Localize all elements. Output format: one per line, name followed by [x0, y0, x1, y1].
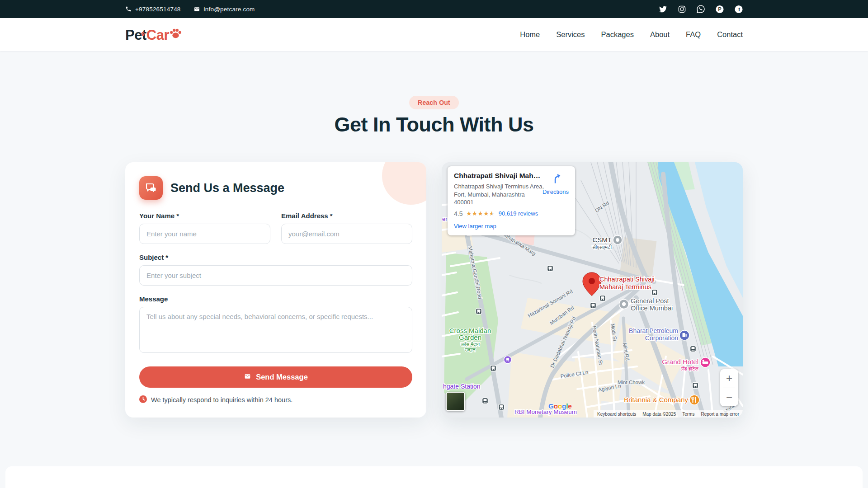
- map-attribution: Keyboard shortcuts Map data ©2025 Terms …: [594, 410, 743, 418]
- train-station-icon: [476, 309, 482, 314]
- svg-text:General Post: General Post: [631, 297, 669, 305]
- google-logo[interactable]: Google: [548, 402, 572, 410]
- map-embed[interactable]: Mahapalika Marg Mahatma Gandhi Road Haza…: [442, 162, 743, 418]
- send-envelope-icon: [244, 373, 251, 381]
- page: +978526514748 info@petcare.com P: [0, 0, 868, 488]
- train-station-icon: [482, 398, 488, 404]
- nav-item-home[interactable]: Home: [520, 30, 540, 39]
- form-title: Send Us a Message: [170, 181, 284, 195]
- paw-icon: [170, 26, 182, 42]
- facebook-icon[interactable]: f: [735, 5, 743, 13]
- train-station-icon: [690, 346, 696, 352]
- contact-form-card: Send Us a Message Your Name * Email Addr…: [125, 162, 426, 418]
- page-title: Get In Touch With Us: [0, 113, 868, 136]
- phone-icon: [125, 6, 132, 12]
- send-message-button[interactable]: Send Message: [139, 366, 412, 388]
- place-title: Chhatrapati Shivaji Maharaj T...: [454, 172, 543, 180]
- svg-text:Bharat Petroleum: Bharat Petroleum: [629, 327, 678, 334]
- email-label: Email Address *: [281, 212, 412, 220]
- train-station-icon: [499, 404, 505, 410]
- map-info-card: Chhatrapati Shivaji Maharaj T... Chhatra…: [448, 166, 575, 235]
- rating-stars: ★★★★★ ★★★★★: [466, 211, 495, 216]
- whatsapp-icon[interactable]: [697, 5, 705, 13]
- hotel-pin-icon: [700, 357, 710, 367]
- phone-link[interactable]: +978526514748: [125, 6, 181, 13]
- train-station-icon: [547, 266, 553, 272]
- svg-text:f: f: [738, 6, 740, 12]
- svg-text:Grand Hotel: Grand Hotel: [662, 358, 698, 366]
- svg-text:Office Mumbai: Office Mumbai: [631, 305, 673, 312]
- footer-strip: [5, 466, 863, 488]
- contact-info: +978526514748 info@petcare.com: [125, 6, 255, 13]
- train-station-icon: [590, 303, 596, 309]
- csmt-pin-icon: [613, 235, 622, 244]
- subject-input[interactable]: [139, 265, 412, 286]
- email-field[interactable]: [281, 224, 412, 244]
- svg-text:hgate Station: hgate Station: [443, 383, 481, 390]
- train-station-icon: [693, 383, 698, 389]
- mini-paw-icon: [141, 23, 146, 40]
- svg-text:Chhatrapati Shivaji: Chhatrapati Shivaji: [599, 276, 655, 283]
- name-label: Your Name *: [139, 212, 270, 220]
- name-input[interactable]: [139, 224, 270, 244]
- logo-text-pet: Pet: [125, 27, 146, 43]
- phone-number: +978526514748: [135, 6, 181, 13]
- svg-text:P: P: [718, 6, 721, 12]
- metro-pin-icon: [504, 356, 512, 364]
- top-bar: +978526514748 info@petcare.com P: [0, 0, 868, 18]
- map-data-label: Map data ©2025: [642, 412, 676, 417]
- train-station-icon: [600, 296, 606, 301]
- svg-text:उद्यान: उद्यान: [464, 347, 476, 352]
- svg-text:ग्रँड हॉटेल: ग्रँड हॉटेल: [681, 366, 699, 371]
- instagram-icon[interactable]: [678, 5, 686, 13]
- logo-text-care: Car: [146, 27, 169, 43]
- svg-text:सीएसएमटी: सीएसएमटी: [592, 244, 612, 250]
- logo[interactable]: Pet Car: [125, 26, 182, 43]
- nav-menu: Home Services Packages About FAQ Contact: [520, 30, 743, 39]
- nav-item-services[interactable]: Services: [556, 30, 585, 39]
- train-station-icon: [491, 366, 496, 371]
- response-time-note: We typically respond to inquiries within…: [151, 396, 292, 404]
- place-address: Chhatrapati Shivaji Terminus Area, Fort,…: [454, 183, 544, 206]
- directions-icon: [550, 173, 561, 184]
- zoom-in-button[interactable]: +: [720, 369, 738, 388]
- twitter-icon[interactable]: [659, 5, 667, 13]
- svg-text:Britannia & Company: Britannia & Company: [624, 396, 688, 404]
- svg-text:Corporation: Corporation: [645, 334, 678, 342]
- view-larger-map-link[interactable]: View larger map: [454, 223, 496, 230]
- nav-item-contact[interactable]: Contact: [717, 30, 743, 39]
- report-map-error-link[interactable]: Report a map error: [701, 412, 739, 417]
- gpo-pin-icon: [619, 300, 629, 309]
- message-textarea[interactable]: [139, 307, 412, 353]
- svg-text:क्रॉस मैदान: क्रॉस मैदान: [460, 341, 480, 347]
- svg-text:CSMT: CSMT: [593, 236, 612, 244]
- message-label: Message: [139, 295, 412, 303]
- svg-text:Maharaj Terminus: Maharaj Terminus: [599, 283, 651, 291]
- section-badge: Reach Out: [409, 96, 459, 109]
- subject-label: Subject *: [139, 253, 412, 261]
- keyboard-shortcuts-link[interactable]: Keyboard shortcuts: [597, 412, 636, 417]
- nav-item-about[interactable]: About: [650, 30, 670, 39]
- svg-text:Mint Chowk: Mint Chowk: [618, 380, 645, 385]
- social-links: P f: [659, 5, 743, 13]
- terms-link[interactable]: Terms: [682, 412, 694, 417]
- directions-button[interactable]: Directions: [541, 173, 571, 195]
- map-zoom-controls: + −: [720, 369, 738, 406]
- pinterest-icon[interactable]: P: [716, 5, 724, 13]
- svg-text:Garden: Garden: [459, 333, 481, 341]
- rating-value: 4.5: [454, 210, 462, 217]
- envelope-icon: [193, 6, 200, 12]
- email-address: info@petcare.com: [204, 6, 255, 13]
- zoom-out-button[interactable]: −: [720, 388, 738, 407]
- navbar: Pet Car Home Services Packages About FAQ…: [0, 18, 868, 51]
- clock-icon: [139, 395, 147, 404]
- train-station-icon: [652, 290, 658, 296]
- email-link[interactable]: info@petcare.com: [193, 6, 255, 13]
- gas-station-pin-icon: [679, 330, 689, 340]
- chat-bubbles-icon: [139, 176, 163, 200]
- reviews-link[interactable]: 90,619 reviews: [499, 210, 538, 217]
- restaurant-pin-icon: [689, 395, 699, 405]
- street-view-thumbnail[interactable]: [446, 392, 465, 411]
- nav-item-faq[interactable]: FAQ: [686, 30, 701, 39]
- nav-item-packages[interactable]: Packages: [601, 30, 634, 39]
